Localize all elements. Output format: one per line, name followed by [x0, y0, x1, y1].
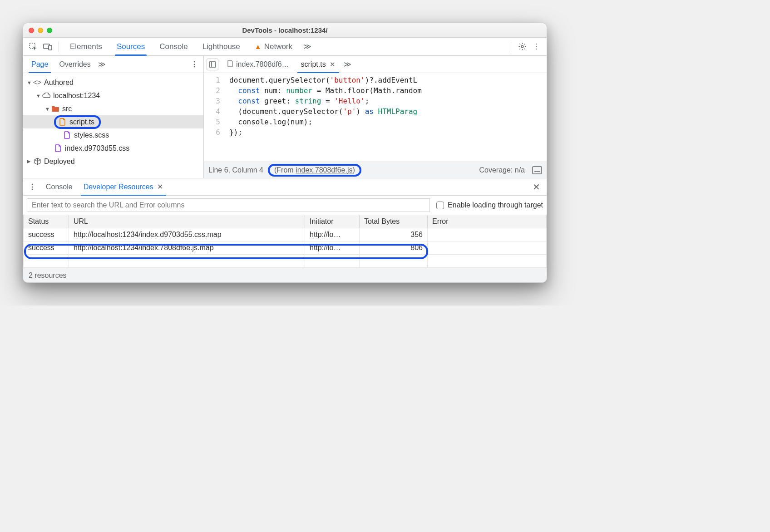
- file-tree: ▼ <> Authored ▼ localhost:1234 ▼ s: [23, 73, 203, 171]
- drawer-tab-console[interactable]: Console: [40, 178, 78, 195]
- file-icon: [54, 144, 62, 153]
- table-row[interactable]: success http://localhost:1234/index.d970…: [24, 228, 547, 241]
- col-url[interactable]: URL: [69, 215, 305, 228]
- editor-tabs: index.7808df6… script.ts ✕ ≫: [204, 56, 547, 73]
- titlebar: DevTools - localhost:1234/: [23, 23, 547, 38]
- zoom-window-button[interactable]: [47, 28, 52, 33]
- checkbox-icon: [436, 202, 444, 209]
- tab-network[interactable]: ▲Network: [248, 38, 299, 55]
- code-icon: <>: [33, 79, 41, 87]
- highlight-marker: script.ts: [54, 115, 101, 129]
- tree-file-script-ts[interactable]: script.ts: [23, 115, 203, 128]
- tree-authored[interactable]: ▼ <> Authored: [23, 76, 203, 89]
- svg-rect-2: [49, 45, 52, 50]
- table-row[interactable]: success http://localhost:1234/index.7808…: [24, 241, 547, 255]
- traffic-lights: [29, 28, 52, 33]
- tree-deployed[interactable]: ▶ Deployed: [23, 155, 203, 168]
- navigator-tab-overrides[interactable]: Overrides: [54, 56, 96, 73]
- tree-src-folder[interactable]: ▼ src: [23, 102, 203, 115]
- twisty-icon: ▼: [27, 80, 33, 85]
- col-bytes[interactable]: Total Bytes: [360, 215, 428, 228]
- search-input[interactable]: [27, 198, 430, 212]
- folder-icon: [51, 105, 59, 113]
- close-window-button[interactable]: [29, 28, 34, 33]
- status-linecol: Line 6, Column 4: [208, 166, 263, 174]
- inspect-element-icon[interactable]: [27, 40, 39, 53]
- table-row-empty: [24, 255, 547, 268]
- devtools-window: DevTools - localhost:1234/ Elements Sour…: [23, 23, 547, 283]
- minimize-window-button[interactable]: [38, 28, 43, 33]
- resource-count: 2 resources: [29, 271, 67, 280]
- sources-main: Page Overrides ≫ ⋮ ▼ <> Authored ▼ local…: [23, 56, 547, 178]
- navigator-tab-page[interactable]: Page: [26, 56, 54, 73]
- twisty-icon: ▶: [27, 158, 33, 164]
- line-gutter: 1 2 3 4 5 6: [204, 73, 226, 162]
- col-error[interactable]: Error: [428, 215, 547, 228]
- devres-table: Status URL Initiator Total Bytes Error s…: [23, 215, 547, 268]
- close-tab-icon[interactable]: ✕: [157, 182, 163, 191]
- sourcemap-origin[interactable]: (From index.7808df6e.js): [268, 164, 361, 177]
- drawer-menu-icon[interactable]: ⋮: [26, 182, 39, 191]
- twisty-icon: ▼: [36, 93, 42, 99]
- tabs-overflow[interactable]: ≫: [301, 38, 314, 55]
- devres-footer: 2 resources: [23, 268, 547, 282]
- file-icon: [63, 131, 71, 139]
- tree-file-styles-scss[interactable]: styles.scss: [23, 128, 203, 142]
- file-icon: [227, 60, 233, 69]
- device-toolbar-icon[interactable]: [41, 40, 54, 53]
- devres-table-wrap: Status URL Initiator Total Bytes Error s…: [23, 215, 547, 268]
- col-initiator[interactable]: Initiator: [305, 215, 360, 228]
- tab-lighthouse[interactable]: Lighthouse: [196, 38, 247, 55]
- navigator-pane: Page Overrides ≫ ⋮ ▼ <> Authored ▼ local…: [23, 56, 204, 178]
- drawer-tabs: ⋮ Console Developer Resources ✕ ✕: [23, 178, 547, 196]
- editor-tabs-overflow[interactable]: ≫: [343, 56, 352, 73]
- tab-console[interactable]: Console: [153, 38, 194, 55]
- tree-file-index-css[interactable]: index.d9703d55.css: [23, 142, 203, 155]
- file-icon: [59, 118, 67, 126]
- code-content[interactable]: document.querySelector('button')?.addEve…: [226, 73, 547, 162]
- tab-sources[interactable]: Sources: [110, 38, 151, 55]
- window-title: DevTools - localhost:1234/: [23, 26, 547, 34]
- main-tabbar: Elements Sources Console Lighthouse ▲Net…: [23, 38, 547, 56]
- cloud-icon: [42, 92, 50, 100]
- table-header-row: Status URL Initiator Total Bytes Error: [24, 215, 547, 228]
- tab-elements[interactable]: Elements: [64, 38, 109, 55]
- navigator-tabs-overflow[interactable]: ≫: [96, 56, 108, 73]
- toggle-navigator-icon[interactable]: [207, 59, 218, 70]
- col-status[interactable]: Status: [24, 215, 69, 228]
- show-drawer-icon[interactable]: [532, 166, 542, 174]
- deploy-icon: [33, 158, 41, 166]
- editor-statusbar: Line 6, Column 4 (From index.7808df6e.js…: [204, 162, 547, 178]
- settings-icon[interactable]: [516, 40, 528, 53]
- editor-tab-script-ts[interactable]: script.ts ✕: [296, 56, 340, 73]
- close-drawer-icon[interactable]: ✕: [529, 182, 544, 192]
- editor-tab-index-js[interactable]: index.7808df6…: [223, 56, 294, 73]
- svg-point-3: [521, 45, 523, 48]
- close-tab-icon[interactable]: ✕: [330, 60, 336, 69]
- twisty-icon: ▼: [45, 106, 51, 112]
- editor-pane: index.7808df6… script.ts ✕ ≫ 1 2 3 4 5 6…: [204, 56, 547, 178]
- warning-icon: ▲: [255, 43, 262, 50]
- svg-rect-4: [209, 62, 216, 67]
- navigator-tabs: Page Overrides ≫ ⋮: [23, 56, 203, 73]
- code-editor[interactable]: 1 2 3 4 5 6 document.querySelector('butt…: [204, 73, 547, 162]
- devres-filterbar: Enable loading through target: [23, 196, 547, 215]
- navigator-menu-icon[interactable]: ⋮: [188, 60, 201, 69]
- enable-loading-checkbox[interactable]: Enable loading through target: [436, 201, 543, 209]
- tree-host[interactable]: ▼ localhost:1234: [23, 89, 203, 102]
- status-coverage: Coverage: n/a: [479, 166, 525, 174]
- drawer-tab-devres[interactable]: Developer Resources ✕: [78, 178, 168, 195]
- kebab-menu-icon[interactable]: ⋮: [530, 40, 543, 53]
